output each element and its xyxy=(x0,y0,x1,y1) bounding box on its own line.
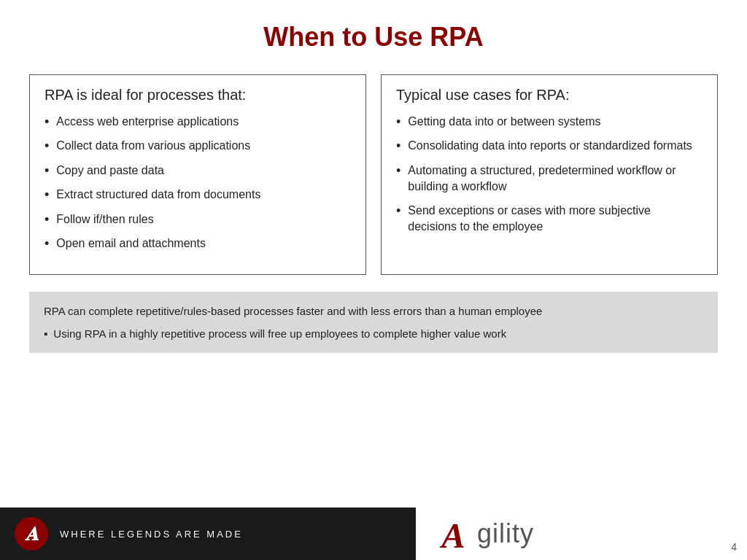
footer-tagline: WHERE LEGENDS ARE MADE xyxy=(60,529,243,540)
bottom-main-text: RPA can complete repetitive/rules-based … xyxy=(44,303,703,319)
title-area: When to Use RPA xyxy=(0,0,747,67)
boxes-row: RPA is ideal for processes that: Access … xyxy=(0,67,747,286)
agility-logo: A gility xyxy=(438,515,534,553)
list-item: Follow if/then rules xyxy=(44,211,351,228)
page-number: 4 xyxy=(731,541,737,553)
bottom-info-box: RPA can complete repetitive/rules-based … xyxy=(29,292,718,353)
ua-logo: 𝐀 xyxy=(15,517,48,551)
footer: 𝐀 WHERE LEGENDS ARE MADE A gility xyxy=(0,508,747,560)
bottom-bullet-text: Using RPA in a highly repetitive process… xyxy=(44,326,703,341)
list-item: Open email and attachments xyxy=(44,236,351,252)
footer-right: A gility xyxy=(416,508,747,560)
list-item: Extract structured data from documents xyxy=(44,187,351,203)
bottom-bullet-content: Using RPA in a highly repetitive process… xyxy=(53,326,506,341)
slide: When to Use RPA RPA is ideal for process… xyxy=(0,0,747,560)
svg-text:A: A xyxy=(439,516,465,553)
list-item: Send exceptions or cases with more subje… xyxy=(396,203,703,236)
list-item: Consolidating data into reports or stand… xyxy=(396,138,703,155)
right-box: Typical use cases for RPA: Getting data … xyxy=(381,74,718,275)
list-item: Getting data into or between systems xyxy=(396,114,703,131)
agility-word: gility xyxy=(477,518,534,549)
right-box-list: Getting data into or between systems Con… xyxy=(396,114,703,235)
page-title: When to Use RPA xyxy=(15,22,732,52)
ua-logo-a: 𝐀 xyxy=(25,524,39,543)
list-item: Access web enterprise applications xyxy=(44,114,351,131)
left-box: RPA is ideal for processes that: Access … xyxy=(29,74,366,275)
list-item: Collect data from various applications xyxy=(44,138,351,155)
list-item: Copy and paste data xyxy=(44,163,351,179)
right-box-heading: Typical use cases for RPA: xyxy=(396,87,703,104)
footer-left: 𝐀 WHERE LEGENDS ARE MADE xyxy=(0,508,416,560)
left-box-heading: RPA is ideal for processes that: xyxy=(44,87,351,104)
left-box-list: Access web enterprise applications Colle… xyxy=(44,114,351,252)
list-item: Automating a structured, predetermined w… xyxy=(396,163,703,195)
agility-a-icon: A xyxy=(438,515,476,553)
